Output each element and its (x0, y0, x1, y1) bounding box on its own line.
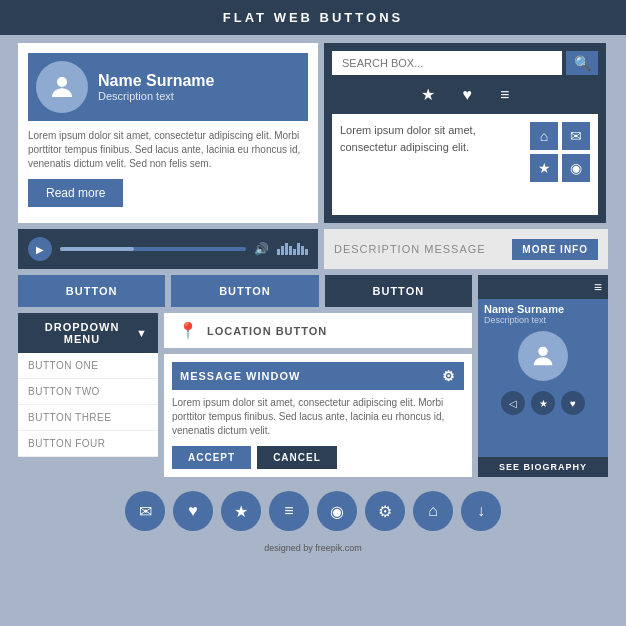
progress-fill (60, 247, 134, 251)
mobile-profile-desc: Description text (478, 315, 608, 325)
info-section: Lorem ipsum dolor sit amet, consectetur … (332, 114, 598, 215)
vbar3 (285, 243, 288, 255)
message-window: MESSAGE WINDOW ⚙ Lorem ipsum dolor sit a… (164, 354, 472, 477)
vbar2 (281, 246, 284, 255)
mobile-card-header: ≡ (478, 275, 608, 299)
rss-icon-button[interactable]: ◉ (562, 154, 590, 182)
vbar8 (305, 249, 308, 255)
message-title: MESSAGE WINDOW (180, 370, 300, 382)
info-icon-grid: ⌂ ✉ ★ ◉ (530, 122, 590, 182)
dropdown-section: DROPDOWN MENU ▼ BUTTON ONE BUTTON TWO BU… (18, 313, 158, 477)
heart-circle-button[interactable]: ♥ (173, 491, 213, 531)
description-bar: DESCRIPTION MESSAGE MORE INFO (324, 229, 608, 269)
read-more-button[interactable]: Read more (28, 179, 123, 207)
progress-track[interactable] (60, 247, 246, 251)
svg-point-1 (538, 347, 547, 356)
mobile-profile-name: Name Surname (478, 299, 608, 315)
star-icon-btn[interactable]: ★ (409, 81, 447, 108)
menu-icon-btn[interactable]: ≡ (488, 81, 521, 108)
accept-button[interactable]: ACCEPT (172, 446, 251, 469)
heart-icon-btn[interactable]: ♥ (451, 81, 485, 108)
location-button[interactable]: 📍 LOCATION BUTTON (164, 313, 472, 348)
mobile-card: ≡ Name Surname Description text ◁ ★ ♥ SE… (478, 275, 608, 477)
dropdown-toggle[interactable]: DROPDOWN MENU ▼ (18, 313, 158, 353)
vbar7 (301, 246, 304, 255)
mobile-star-button[interactable]: ★ (531, 391, 555, 415)
svg-point-0 (57, 77, 67, 87)
mobile-avatar (518, 331, 568, 381)
search-button[interactable]: 🔍 (566, 51, 598, 75)
search-row: 🔍 (332, 51, 598, 75)
profile-info: Name Surname Description text (98, 72, 215, 102)
volume-icon: 🔊 (254, 242, 269, 256)
buttons-row: BUTTON BUTTON BUTTON DROPDOWN MENU ▼ BUT… (18, 275, 608, 477)
icon-circles-row: ✉ ♥ ★ ≡ ◉ ⚙ ⌂ ↓ (18, 483, 608, 535)
main-buttons: BUTTON BUTTON BUTTON (18, 275, 472, 307)
gear-circle-button[interactable]: ⚙ (365, 491, 405, 531)
mail-icon-button[interactable]: ✉ (562, 122, 590, 150)
volume-bars (277, 243, 308, 255)
dropdown-item-1[interactable]: BUTTON ONE (18, 353, 158, 379)
page-title: FLAT WEB BUTTONS (223, 10, 403, 25)
gear-icon[interactable]: ⚙ (442, 368, 456, 384)
more-info-button[interactable]: MORE INFO (512, 239, 598, 260)
profile-lorem: Lorem ipsum dolor sit amet, consectetur … (28, 129, 308, 171)
button-2[interactable]: BUTTON (171, 275, 318, 307)
menu-circle-button[interactable]: ≡ (269, 491, 309, 531)
message-header: MESSAGE WINDOW ⚙ (172, 362, 464, 390)
player-bar: ▶ 🔊 (18, 229, 318, 269)
vbar4 (289, 246, 292, 255)
play-button[interactable]: ▶ (28, 237, 52, 261)
star-icon-button[interactable]: ★ (530, 154, 558, 182)
profile-description: Description text (98, 90, 215, 102)
message-actions: ACCEPT CANCEL (172, 446, 464, 469)
description-label: DESCRIPTION MESSAGE (334, 243, 486, 255)
profile-top: Name Surname Description text (28, 53, 308, 121)
dropdown-label: DROPDOWN MENU (28, 321, 136, 345)
page-header: FLAT WEB BUTTONS (0, 0, 626, 35)
info-lorem: Lorem ipsum dolor sit amet, consectetur … (340, 122, 522, 207)
home-circle-button[interactable]: ⌂ (413, 491, 453, 531)
player-row: ▶ 🔊 DESCRIPTION MESSAGE MORE INFO (18, 229, 608, 269)
footer-text: designed by freepik.com (264, 543, 362, 553)
mail-circle-button[interactable]: ✉ (125, 491, 165, 531)
mobile-heart-button[interactable]: ♥ (561, 391, 585, 415)
button-1[interactable]: BUTTON (18, 275, 165, 307)
mobile-menu-icon[interactable]: ≡ (594, 279, 602, 295)
location-label: LOCATION BUTTON (207, 325, 327, 337)
freepik-footer: designed by freepik.com (18, 541, 608, 555)
home-icon-button[interactable]: ⌂ (530, 122, 558, 150)
button-3[interactable]: BUTTON (325, 275, 472, 307)
mobile-actions: ◁ ★ ♥ (478, 387, 608, 419)
dropdown-item-3[interactable]: BUTTON THREE (18, 405, 158, 431)
dropdown-arrow-icon: ▼ (136, 327, 148, 339)
vbar5 (293, 249, 296, 255)
vbar1 (277, 249, 280, 255)
mobile-footer[interactable]: SEE BIOGRAPHY (478, 457, 608, 477)
rss-circle-button[interactable]: ◉ (317, 491, 357, 531)
star-circle-button[interactable]: ★ (221, 491, 261, 531)
profile-name: Name Surname (98, 72, 215, 90)
avatar (36, 61, 88, 113)
vbar6 (297, 243, 300, 255)
location-icon: 📍 (178, 321, 199, 340)
dropdown-item-2[interactable]: BUTTON TWO (18, 379, 158, 405)
mobile-share-button[interactable]: ◁ (501, 391, 525, 415)
cancel-button[interactable]: CANCEL (257, 446, 337, 469)
location-msg-col: 📍 LOCATION BUTTON MESSAGE WINDOW ⚙ Lorem… (164, 313, 472, 477)
dropdown-item-4[interactable]: BUTTON FOUR (18, 431, 158, 457)
row5: DROPDOWN MENU ▼ BUTTON ONE BUTTON TWO BU… (18, 313, 472, 477)
buttons-section: BUTTON BUTTON BUTTON DROPDOWN MENU ▼ BUT… (18, 275, 472, 477)
search-icon-row: ★ ♥ ≡ (332, 81, 598, 108)
search-input[interactable] (332, 51, 562, 75)
message-body: Lorem ipsum dolor sit amet, consectetur … (172, 396, 464, 438)
profile-body: Lorem ipsum dolor sit amet, consectetur … (28, 121, 308, 213)
profile-card: Name Surname Description text Lorem ipsu… (18, 43, 318, 223)
download-circle-button[interactable]: ↓ (461, 491, 501, 531)
search-panel: 🔍 ★ ♥ ≡ Lorem ipsum dolor sit amet, cons… (324, 43, 606, 223)
